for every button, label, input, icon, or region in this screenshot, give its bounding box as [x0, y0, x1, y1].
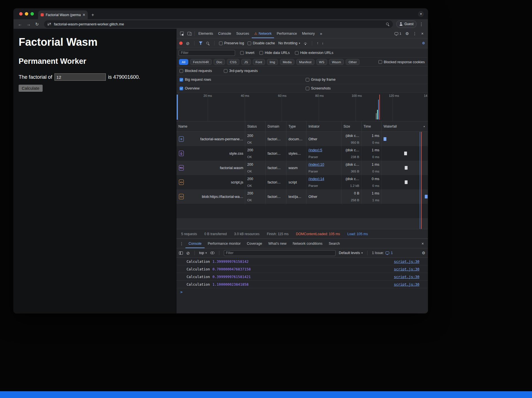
site-settings-icon[interactable] — [47, 23, 51, 26]
disable-cache-checkbox[interactable]: Disable cache — [248, 41, 275, 45]
tab-memory[interactable]: Memory — [299, 29, 317, 38]
network-request-row[interactable]: style.css 200OK factori… styles… (index)… — [176, 146, 428, 161]
drawer-tab-whats-new[interactable]: What's new — [265, 239, 290, 248]
network-request-row[interactable]: factorial.wasm 200OK factori… wasm (inde… — [176, 161, 428, 175]
blocked-requests-checkbox[interactable]: Blocked requests — [179, 69, 212, 73]
drawer-tab-coverage[interactable]: Coverage — [244, 239, 265, 248]
network-conditions-button[interactable] — [303, 42, 307, 45]
search-button[interactable] — [206, 41, 210, 45]
browser-tab[interactable]: Factorial Wasm (permanent W — [38, 10, 88, 19]
zoom-icon[interactable] — [386, 22, 389, 26]
initiator-link[interactable]: (index):5 — [308, 148, 339, 152]
column-header-status[interactable]: Status — [245, 121, 266, 132]
address-bar[interactable]: factorial-wasm-permanent-worker.glitch.m… — [44, 20, 393, 28]
calculate-button[interactable]: Calculate — [19, 85, 43, 92]
factorial-input[interactable] — [54, 73, 106, 81]
blocked-response-cookies-checkbox[interactable]: Blocked response cookies — [378, 60, 425, 64]
screenshots-checkbox[interactable]: Screenshots — [306, 86, 330, 90]
devtools-close-button[interactable] — [419, 30, 426, 37]
browser-menu-button[interactable] — [418, 20, 425, 28]
console-source-link[interactable]: script.js:30 — [394, 259, 419, 264]
drawer-tab-console[interactable]: Console — [185, 239, 205, 248]
export-har-button[interactable] — [322, 41, 323, 45]
tab-elements[interactable]: Elements — [196, 29, 216, 38]
new-tab-button[interactable] — [91, 13, 94, 17]
issues-counter[interactable]: 1 Issue:1 — [372, 251, 393, 255]
chip-css[interactable]: CSS — [227, 59, 239, 65]
chip-all[interactable]: All — [179, 59, 188, 65]
clear-console-button[interactable] — [186, 251, 190, 255]
console-source-link[interactable]: script.js:30 — [394, 267, 419, 271]
live-expression-icon[interactable] — [210, 252, 214, 254]
hide-data-urls-checkbox[interactable]: Hide data URLs — [259, 51, 290, 55]
back-button[interactable] — [16, 20, 24, 28]
group-by-frame-checkbox[interactable]: Group by frame — [306, 78, 336, 82]
network-request-row[interactable]: factorial-wasm-permane… 200OK factori… d… — [176, 132, 428, 146]
tab-console[interactable]: Console — [216, 29, 234, 38]
throttling-dropdown[interactable]: No throttling — [278, 41, 300, 45]
console-settings-gear-icon[interactable] — [422, 251, 425, 255]
import-har-button[interactable] — [317, 41, 318, 45]
chip-manifest[interactable]: Manifest — [296, 59, 314, 65]
profile-chip[interactable]: Guest — [396, 20, 417, 28]
tab-search-button[interactable] — [418, 11, 424, 17]
console-messages-badge[interactable]: 1 — [393, 32, 403, 35]
device-toolbar-button[interactable] — [186, 30, 193, 37]
tab-sources[interactable]: Sources — [234, 29, 252, 38]
third-party-requests-checkbox[interactable]: 3rd-party requests — [224, 69, 258, 73]
console-filter-input[interactable] — [224, 250, 336, 256]
tab-performance[interactable]: Performance — [274, 29, 299, 38]
preserve-log-checkbox[interactable]: Preserve log — [219, 41, 244, 45]
chip-doc[interactable]: Doc — [214, 59, 225, 65]
column-header-type[interactable]: Type — [286, 121, 306, 132]
overview-checkbox[interactable]: Overview — [179, 86, 200, 90]
network-settings-gear-icon[interactable] — [422, 41, 425, 45]
close-window-button[interactable] — [19, 12, 23, 16]
chip-font[interactable]: Font — [253, 59, 265, 65]
tab-close-icon[interactable] — [83, 13, 85, 17]
chip-fetch-xhr[interactable]: Fetch/XHR — [190, 59, 212, 65]
devtools-menu-button[interactable] — [411, 30, 419, 37]
network-request-row[interactable]: script.js 200OK factori… script (index):… — [176, 175, 428, 189]
chip-wasm[interactable]: Wasm — [329, 59, 344, 65]
console-sidebar-toggle-icon[interactable] — [179, 252, 183, 255]
record-network-log-button[interactable] — [179, 41, 183, 45]
network-request-row[interactable]: blob:https://factorial-wa… 200OK factori… — [176, 189, 428, 204]
column-header-size[interactable]: Size — [341, 121, 362, 132]
zoom-window-button[interactable] — [30, 12, 34, 16]
network-filter-input[interactable] — [179, 50, 235, 56]
clear-network-log-button[interactable] — [186, 41, 190, 45]
chip-img[interactable]: Img — [267, 59, 278, 65]
drawer-tab-performance-monitor[interactable]: Performance monitor — [205, 239, 244, 248]
network-table-body[interactable]: factorial-wasm-permane… 200OK factori… d… — [176, 132, 428, 229]
hide-extension-urls-checkbox[interactable]: Hide extension URLs — [295, 51, 333, 55]
network-overview-timeline[interactable]: 20 ms 40 ms 60 ms 80 ms 100 ms 120 ms 14 — [176, 93, 428, 121]
drawer-tab-network-conditions[interactable]: Network conditions — [290, 239, 326, 248]
console-source-link[interactable]: script.js:30 — [394, 282, 419, 287]
column-header-initiator[interactable]: Initiator — [306, 121, 341, 132]
tab-network[interactable]: Network — [252, 29, 274, 38]
big-request-rows-checkbox[interactable]: Big request rows — [179, 78, 211, 82]
forward-button[interactable] — [25, 20, 32, 28]
console-context-dropdown[interactable]: top — [199, 251, 207, 255]
column-header-name[interactable]: Name — [176, 121, 245, 132]
more-tabs-button[interactable] — [317, 30, 325, 37]
invert-checkbox[interactable]: Invert — [240, 51, 254, 55]
chip-media[interactable]: Media — [280, 59, 294, 65]
console-prompt[interactable] — [176, 288, 428, 296]
console-source-link[interactable]: script.js:30 — [394, 275, 419, 279]
initiator-link[interactable]: (index):14 — [308, 177, 339, 181]
column-header-waterfall[interactable]: Waterfall — [382, 121, 428, 132]
drawer-tab-search[interactable]: Search — [326, 239, 343, 248]
chip-js[interactable]: JS — [241, 59, 251, 65]
inspect-element-button[interactable] — [178, 30, 186, 37]
console-pane[interactable]: Calculation 1.399999976158142 script.js:… — [176, 258, 428, 313]
drawer-close-button[interactable] — [419, 240, 426, 247]
column-header-time[interactable]: Time — [362, 121, 382, 132]
reload-button[interactable] — [33, 20, 41, 28]
filter-toggle-button[interactable] — [199, 41, 203, 45]
minimize-window-button[interactable] — [25, 12, 28, 16]
drawer-menu-button[interactable] — [178, 240, 185, 247]
log-levels-dropdown[interactable]: Default levels — [339, 251, 363, 255]
initiator-link[interactable]: (index):10 — [308, 163, 339, 167]
